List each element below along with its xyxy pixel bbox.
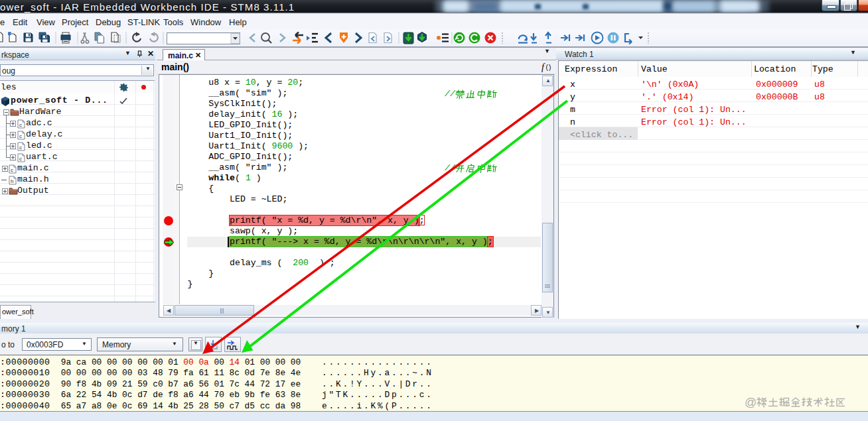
- svg-text:c: c: [19, 122, 22, 128]
- svg-text:c: c: [19, 133, 22, 139]
- svg-text:c: c: [11, 167, 13, 173]
- svg-text:f: f: [542, 62, 545, 72]
- svg-text:h: h: [11, 178, 13, 184]
- svg-text:c: c: [19, 145, 22, 150]
- svg-text:c: c: [19, 156, 22, 162]
- svg-text:): ): [549, 64, 551, 71]
- svg-text:(: (: [546, 64, 549, 71]
